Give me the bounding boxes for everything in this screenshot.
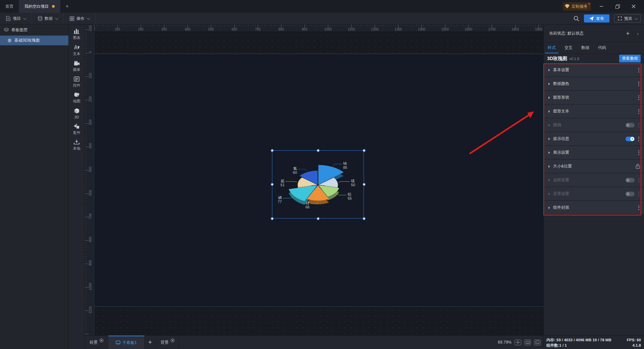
toolbox-item-label: 地图 <box>73 99 80 104</box>
menu-project-label: 项目 <box>13 16 21 21</box>
expand-states-button[interactable]: › <box>637 31 639 36</box>
expand-caret-icon[interactable] <box>548 138 550 140</box>
expand-caret-icon[interactable] <box>548 165 550 168</box>
section-menu-icon[interactable] <box>638 136 640 142</box>
settings-tab-1[interactable]: 样式 <box>545 43 558 53</box>
section-menu-icon[interactable] <box>638 81 640 87</box>
canvas-margin-bottom <box>94 307 543 335</box>
section-row-10[interactable]: 背景设置 <box>544 187 644 200</box>
selection-handle[interactable] <box>271 217 274 220</box>
section-row-11[interactable]: 组件封面 <box>544 201 644 214</box>
section-label: 组件封面 <box>553 205 569 210</box>
toolbox-item-1[interactable]: 图表 <box>69 29 85 40</box>
background-button[interactable]: 背景 <box>156 336 179 349</box>
section-menu-icon[interactable] <box>638 122 640 128</box>
toolbox-item-8[interactable]: 本地 <box>69 140 85 151</box>
section-menu-icon[interactable] <box>638 150 640 156</box>
close-button[interactable] <box>628 2 639 11</box>
section-toggle[interactable] <box>626 137 635 141</box>
expand-caret-icon[interactable] <box>548 151 550 154</box>
toolbox-item-5[interactable]: 地图 <box>69 92 85 104</box>
section-menu-icon[interactable] <box>638 205 640 211</box>
search-icon[interactable] <box>574 16 579 21</box>
fit-canvas-button[interactable] <box>515 340 521 345</box>
shortcuts-button[interactable] <box>524 340 531 345</box>
plus-circle-icon[interactable] <box>171 339 174 342</box>
section-menu-icon[interactable] <box>638 108 640 114</box>
canvas-workspace[interactable]: 0100200300400500600700800900100011001200… <box>85 24 543 335</box>
menu-operations[interactable]: 操作 <box>64 13 96 24</box>
section-row-7[interactable]: 展示设置 <box>544 146 644 159</box>
ruler-mark: 900 <box>302 28 308 31</box>
section-toggle[interactable] <box>626 192 635 196</box>
menu-project[interactable]: 项目 <box>0 13 32 24</box>
tab-home[interactable]: 首页 <box>0 0 19 13</box>
tab-project[interactable]: 我的空白项目 <box>19 0 60 13</box>
selection-handle[interactable] <box>363 183 366 186</box>
toolbox-item-4[interactable]: 控件 <box>69 77 85 88</box>
layer-item-rose3d[interactable]: 基础3D玫瑰图 <box>0 36 68 45</box>
selection-handle[interactable] <box>317 149 320 152</box>
section-label: 背景设置 <box>553 191 569 197</box>
component-header: 3D玫瑰图 v0.1.0 查看教程 <box>544 54 644 63</box>
menu-data[interactable]: 数据 <box>32 13 64 24</box>
preview-button[interactable]: 预览 <box>614 14 641 22</box>
toolbox-item-6[interactable]: 3D <box>69 108 85 119</box>
add-subboard-button[interactable]: + <box>145 336 156 349</box>
fps-stat: FPS: 60 <box>627 337 641 343</box>
expand-caret-icon[interactable] <box>548 96 550 99</box>
subboard-tab[interactable]: 子看板1 <box>108 336 145 349</box>
expand-caret-icon[interactable] <box>548 110 550 113</box>
section-row-2[interactable]: 数据颜色 <box>544 77 644 90</box>
section-menu-icon[interactable] <box>638 67 640 73</box>
expand-caret-icon[interactable] <box>548 83 550 85</box>
toolbox-item-7[interactable]: 套件 <box>69 123 85 135</box>
section-row-4[interactable]: 图形文本 <box>544 105 644 118</box>
expand-caret-icon[interactable] <box>548 193 550 195</box>
expand-caret-icon[interactable] <box>548 124 550 127</box>
settings-tab-4[interactable]: 代码 <box>595 43 609 53</box>
settings-tab-2[interactable]: 交互 <box>562 43 575 53</box>
toolbox-item-label: 控件 <box>73 83 80 88</box>
expand-caret-icon[interactable] <box>548 179 550 182</box>
selection-box[interactable] <box>272 150 364 218</box>
vertical-ruler: -100010020030040050060070080090010001100 <box>85 24 94 335</box>
foreground-button[interactable]: 前景 <box>85 336 108 349</box>
section-row-1[interactable]: 基本设置 <box>544 63 644 77</box>
selection-handle[interactable] <box>363 217 366 220</box>
section-row-3[interactable]: 图形形状 <box>544 91 644 104</box>
section-menu-icon[interactable] <box>638 95 640 101</box>
new-tab-button[interactable]: + <box>60 0 74 13</box>
section-toggle[interactable] <box>626 123 635 128</box>
expand-caret-icon[interactable] <box>548 206 550 209</box>
toolbox-item-3[interactable]: 媒体 <box>69 61 85 72</box>
custom-service-button[interactable]: 定制服务 <box>563 2 591 11</box>
minimize-button[interactable] <box>596 2 607 11</box>
section-row-9[interactable]: 边框设置 <box>544 173 644 187</box>
section-row-8[interactable]: 大小&位置 <box>544 160 644 173</box>
section-menu-icon[interactable] <box>638 191 640 197</box>
section-row-6[interactable]: 提示信息 <box>544 132 644 145</box>
selection-handle[interactable] <box>271 183 274 186</box>
selection-handle[interactable] <box>317 217 320 220</box>
menu-data-label: 数据 <box>45 16 53 21</box>
toolbox-item-2[interactable]: 文本 <box>69 45 85 56</box>
section-row-5[interactable]: 图例 <box>544 118 644 132</box>
settings-tab-3[interactable]: 数据 <box>579 43 592 53</box>
add-state-button[interactable]: + <box>626 30 630 37</box>
plus-circle-icon[interactable] <box>100 339 103 342</box>
publish-button[interactable]: 发布 <box>584 14 609 22</box>
ruler-mark: 800 <box>89 235 92 245</box>
expand-caret-icon[interactable] <box>548 69 550 71</box>
restore-button[interactable] <box>612 2 623 11</box>
section-menu-icon[interactable] <box>638 177 640 183</box>
media-icon <box>74 61 80 66</box>
section-toggle[interactable] <box>626 178 635 183</box>
move-icon <box>516 340 520 344</box>
selection-handle[interactable] <box>363 149 366 152</box>
section-label: 提示信息 <box>553 136 569 142</box>
bar-chart-icon <box>74 29 80 34</box>
tutorial-button[interactable]: 查看教程 <box>619 55 641 62</box>
selection-handle[interactable] <box>271 149 274 152</box>
console-button[interactable] <box>534 340 541 345</box>
